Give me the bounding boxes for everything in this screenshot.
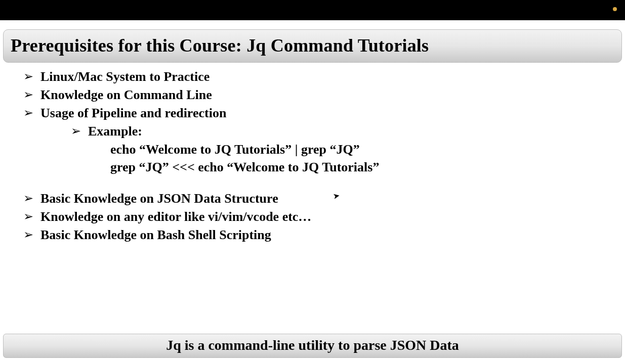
list-item: Basic Knowledge on JSON Data Structure	[23, 190, 607, 208]
sub-bullet-list: Example: echo “Welcome to JQ Tutorials” …	[71, 122, 607, 177]
bullet-list-top: Linux/Mac System to Practice Knowledge o…	[23, 68, 607, 176]
code-line: grep “JQ” <<< echo “Welcome to JQ Tutori…	[110, 158, 607, 176]
list-item: Example: echo “Welcome to JQ Tutorials” …	[71, 122, 607, 177]
bullet-list-bottom: Basic Knowledge on JSON Data Structure K…	[23, 190, 607, 244]
list-item: Basic Knowledge on Bash Shell Scripting	[23, 226, 607, 244]
code-line: echo “Welcome to JQ Tutorials” | grep “J…	[110, 141, 607, 159]
slide-title: Prerequisites for this Course: Jq Comman…	[11, 35, 614, 56]
recording-indicator-icon	[613, 7, 617, 11]
window-titlebar	[0, 0, 625, 20]
list-item: Linux/Mac System to Practice	[23, 68, 607, 86]
list-item-text: Usage of Pipeline and redirection	[40, 106, 226, 120]
example-code-block: echo “Welcome to JQ Tutorials” | grep “J…	[110, 141, 607, 177]
slide-title-bar: Prerequisites for this Course: Jq Comman…	[3, 29, 622, 63]
slide-body: Prerequisites for this Course: Jq Comman…	[0, 20, 625, 244]
list-item: Knowledge on Command Line	[23, 86, 607, 104]
example-label: Example:	[88, 124, 142, 139]
spacer	[23, 176, 607, 190]
slide-content: Linux/Mac System to Practice Knowledge o…	[3, 66, 622, 244]
list-item: Usage of Pipeline and redirection Exampl…	[23, 104, 607, 177]
list-item: Knowledge on any editor like vi/vim/vcod…	[23, 208, 607, 226]
slide-footer-text: Jq is a command-line utility to parse JS…	[4, 337, 621, 353]
slide-footer-bar: Jq is a command-line utility to parse JS…	[3, 334, 622, 358]
